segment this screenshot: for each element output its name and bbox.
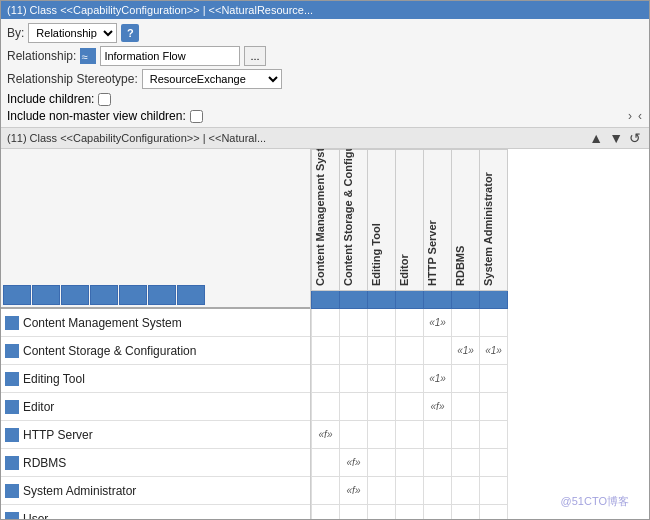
table-row: «1» «1»	[312, 337, 508, 365]
table-row: «f»	[312, 477, 508, 505]
col-header-http: HTTP Server	[424, 150, 452, 291]
matrix-panel: Content Management System Content Storag…	[311, 149, 649, 519]
include-children-checkbox[interactable]	[98, 93, 111, 106]
matrix-cell[interactable]	[368, 505, 396, 520]
matrix-cell[interactable]	[480, 477, 508, 505]
matrix-cell[interactable]	[424, 449, 452, 477]
matrix-cell[interactable]	[480, 421, 508, 449]
matrix-cell[interactable]	[452, 449, 480, 477]
toolbar: By: Relationship ? Relationship: ≈ ... R…	[1, 19, 649, 128]
by-select[interactable]: Relationship	[28, 23, 117, 43]
matrix-cell[interactable]	[424, 337, 452, 365]
toolbar-row-by: By: Relationship ?	[7, 23, 643, 43]
matrix-cell[interactable]	[312, 449, 340, 477]
matrix-cell[interactable]	[452, 365, 480, 393]
list-item[interactable]: Content Management System	[1, 309, 310, 337]
matrix-cell[interactable]	[340, 505, 368, 520]
matrix-cell[interactable]: «1»	[424, 365, 452, 393]
matrix-cell[interactable]	[424, 477, 452, 505]
matrix-cell[interactable]	[368, 421, 396, 449]
col-header-label: Content Management System	[312, 150, 328, 290]
stereotype-select[interactable]: ResourceExchange	[142, 69, 282, 89]
matrix-cell[interactable]	[480, 449, 508, 477]
matrix-cell[interactable]	[368, 477, 396, 505]
list-item[interactable]: HTTP Server	[1, 421, 310, 449]
list-item[interactable]: Content Storage & Configuration	[1, 337, 310, 365]
matrix-cell[interactable]	[340, 337, 368, 365]
matrix-cell[interactable]	[396, 421, 424, 449]
matrix-cell[interactable]	[340, 309, 368, 337]
table-row	[312, 505, 508, 520]
col-indicator-cell	[480, 291, 508, 309]
include-children-label: Include children:	[7, 92, 111, 106]
matrix-cell[interactable]	[480, 309, 508, 337]
matrix-cell[interactable]: «1»	[452, 337, 480, 365]
matrix-cell[interactable]	[424, 421, 452, 449]
matrix-cell[interactable]	[396, 309, 424, 337]
nav-up-button[interactable]: ▲	[587, 130, 605, 146]
matrix-cell[interactable]	[424, 505, 452, 520]
col-indicator	[177, 285, 205, 305]
matrix-cell[interactable]	[452, 477, 480, 505]
list-item[interactable]: System Administrator	[1, 477, 310, 505]
title-bar: (11) Class <<CapabilityConfiguration>> |…	[1, 1, 649, 19]
matrix-cell[interactable]	[312, 337, 340, 365]
col-indicator	[90, 285, 118, 305]
list-item[interactable]: RDBMS	[1, 449, 310, 477]
matrix-cell[interactable]	[452, 309, 480, 337]
col-header-rdbms: RDBMS	[452, 150, 480, 291]
nav-refresh-button[interactable]: ↺	[627, 130, 643, 146]
matrix-cell[interactable]	[368, 393, 396, 421]
relationship-input[interactable]	[100, 46, 240, 66]
matrix-cell[interactable]: «1»	[480, 337, 508, 365]
col-indicator	[32, 285, 60, 305]
col-indicator	[61, 285, 89, 305]
collapse-left-button[interactable]: ‹	[637, 109, 643, 123]
matrix-cell[interactable]	[480, 365, 508, 393]
help-button[interactable]: ?	[121, 24, 139, 42]
matrix-cell[interactable]	[312, 365, 340, 393]
matrix-cell[interactable]	[396, 393, 424, 421]
matrix-cell[interactable]	[480, 393, 508, 421]
matrix-cell[interactable]	[340, 365, 368, 393]
matrix-cell[interactable]: «f»	[340, 449, 368, 477]
matrix-cell[interactable]	[452, 421, 480, 449]
include-nonmaster-checkbox[interactable]	[190, 110, 203, 123]
col-header-label: Editing Tool	[368, 150, 384, 290]
matrix-cell[interactable]: «f»	[312, 421, 340, 449]
matrix-cell[interactable]	[312, 505, 340, 520]
matrix-cell[interactable]	[312, 393, 340, 421]
matrix-cell[interactable]	[396, 337, 424, 365]
nav-down-button[interactable]: ▼	[607, 130, 625, 146]
matrix-header-row: Content Management System Content Storag…	[312, 150, 508, 291]
matrix-cell[interactable]	[396, 365, 424, 393]
window-title: (11) Class <<CapabilityConfiguration>> |…	[7, 4, 313, 16]
matrix-cell[interactable]	[452, 393, 480, 421]
matrix-cell[interactable]	[340, 393, 368, 421]
relationship-icon: ≈	[80, 48, 96, 64]
list-item[interactable]: Editor	[1, 393, 310, 421]
matrix-cell[interactable]	[396, 477, 424, 505]
col-indicator-cell	[312, 291, 340, 309]
list-item[interactable]: User	[1, 505, 310, 519]
matrix-cell[interactable]	[368, 309, 396, 337]
matrix-cell[interactable]	[480, 505, 508, 520]
matrix-cell[interactable]	[368, 449, 396, 477]
matrix-cell[interactable]	[368, 337, 396, 365]
matrix-cell[interactable]	[396, 449, 424, 477]
matrix-cell[interactable]	[312, 477, 340, 505]
matrix-cell[interactable]	[312, 309, 340, 337]
dots-button[interactable]: ...	[244, 46, 265, 66]
list-item[interactable]: Editing Tool	[1, 365, 310, 393]
row-item-label: RDBMS	[23, 456, 66, 470]
matrix-cell[interactable]: «1»	[424, 309, 452, 337]
col-header-cms: Content Management System	[312, 150, 340, 291]
matrix-cell[interactable]	[340, 421, 368, 449]
matrix-cell[interactable]: «f»	[424, 393, 452, 421]
matrix-cell[interactable]	[452, 505, 480, 520]
matrix-cell[interactable]	[396, 505, 424, 520]
matrix-cell[interactable]	[368, 365, 396, 393]
expand-right-button[interactable]: ›	[627, 109, 633, 123]
matrix-cell[interactable]: «f»	[340, 477, 368, 505]
row-labels-panel: Content Management System Content Storag…	[1, 149, 311, 519]
